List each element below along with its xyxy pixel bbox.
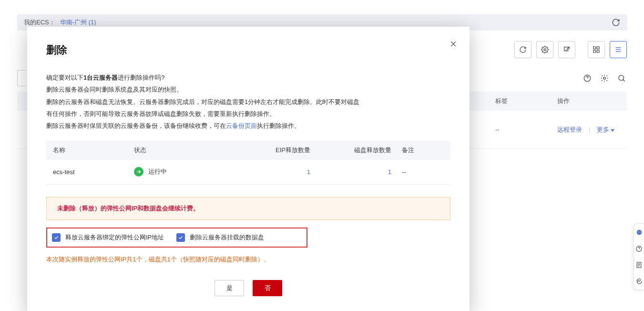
svg-point-18 [640,231,641,232]
svg-point-20 [639,250,639,250]
close-button[interactable] [448,38,459,50]
delete-datadisk-checkbox[interactable]: 删除云服务器挂载的数据盘 [176,233,264,242]
options-box: 释放云服务器绑定的弹性公网IP地址 删除云服务器挂载的数据盘 [46,228,307,248]
th-eip: EIP释放数量 [229,146,310,155]
release-note: 本次随实例释放的弹性公网IP共1个，磁盘共1个（快照随对应的磁盘同时删除）。 [46,255,450,264]
warning-box: 未删除（释放）的弹性公网IP和数据盘会继续计费。 [46,197,450,220]
warning-text: 未删除（释放）的弹性公网IP和数据盘会继续计费。 [57,205,199,212]
td-status: 运行中 [148,167,167,176]
td-disk[interactable]: 1 [310,168,391,176]
svg-point-16 [636,230,642,235]
delete-datadisk-label: 删除云服务器挂载的数据盘 [190,233,264,242]
modal-table-head: 名称 状态 EIP释放数量 磁盘释放数量 备注 [46,141,450,160]
th-name: 名称 [53,146,134,155]
status-running-icon [134,167,143,176]
checkbox-checked-icon [176,233,185,242]
checkbox-checked-icon [52,233,61,242]
th-status: 状态 [134,146,229,155]
td-remark: -- [391,168,444,176]
float-doc-icon[interactable] [635,261,643,269]
release-eip-label: 释放云服务器绑定的弹性公网IP地址 [65,233,164,242]
th-disk: 磁盘释放数量 [310,146,391,155]
svg-point-17 [638,231,639,232]
td-eip[interactable]: 1 [229,168,310,176]
float-sidebar [634,223,644,290]
delete-modal: 删除 确定要对以下1台云服务器进行删除操作吗? 删除云服务器会同时删除系统盘及其… [27,27,470,311]
float-help-icon[interactable] [635,245,643,252]
th-remark: 备注 [391,146,444,155]
modal-body: 确定要对以下1台云服务器进行删除操作吗? 删除云服务器会同时删除系统盘及其对应的… [46,72,450,132]
no-button[interactable]: 否 [253,280,282,296]
float-robot-icon[interactable] [635,228,643,236]
float-chat-icon[interactable] [635,277,643,285]
close-icon [450,40,457,48]
yes-button[interactable]: 是 [215,280,244,296]
modal-table-row: ecs-test 运行中 1 1 -- [46,160,450,185]
cloud-backup-link[interactable]: 云备份页面 [226,122,257,129]
td-name: ecs-test [53,168,134,176]
modal-title: 删除 [46,43,450,57]
release-eip-checkbox[interactable]: 释放云服务器绑定的弹性公网IP地址 [52,233,164,242]
